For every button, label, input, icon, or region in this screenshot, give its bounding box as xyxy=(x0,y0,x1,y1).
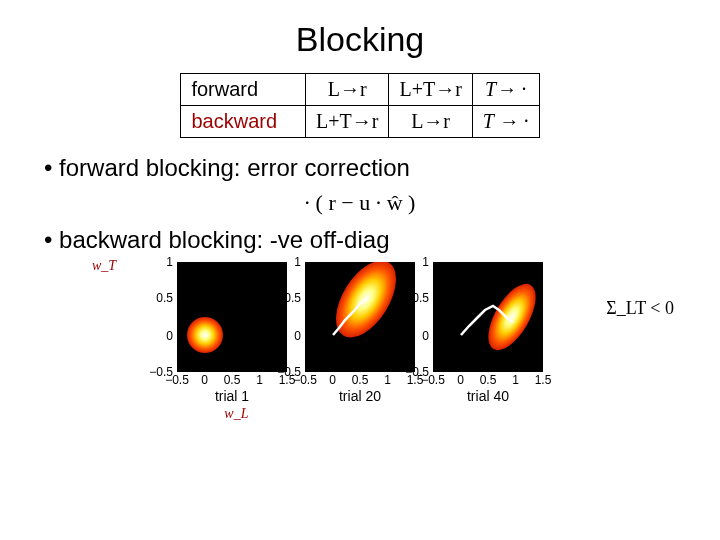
ytick: 1 xyxy=(294,255,301,269)
ytick: 0.5 xyxy=(412,291,429,305)
xtick: −0.5 xyxy=(165,373,189,387)
plot-canvas xyxy=(433,262,543,372)
ytick: 0 xyxy=(166,329,173,343)
xtick: 0 xyxy=(329,373,336,387)
row-forward-label: forward xyxy=(181,74,306,106)
ytick: 1 xyxy=(422,255,429,269)
xtick: −0.5 xyxy=(421,373,445,387)
xtick: 1 xyxy=(512,373,519,387)
xtick: 1 xyxy=(384,373,391,387)
conditions-table: forward L→r L+T→r T→ · backward L+T→r L→… xyxy=(30,73,690,138)
plot-caption: trial 1 xyxy=(215,388,249,404)
trace-point xyxy=(204,334,207,337)
xtick: 1 xyxy=(256,373,263,387)
cell-f2: L+T→r xyxy=(389,74,472,106)
y-axis-label: w_T xyxy=(92,258,116,274)
row-backward-label: backward xyxy=(181,106,306,138)
xtick: 0.5 xyxy=(480,373,497,387)
cell-b2: L→r xyxy=(389,106,472,138)
ytick: 0 xyxy=(294,329,301,343)
ytick: 0.5 xyxy=(156,291,173,305)
cell-b3: T → · xyxy=(472,106,539,138)
plot-caption: trial 40 xyxy=(467,388,509,404)
xtick: 0.5 xyxy=(224,373,241,387)
page-title: Blocking xyxy=(30,20,690,59)
xtick: 1.5 xyxy=(535,373,552,387)
bullet-forward: forward blocking: error correction xyxy=(44,154,690,182)
plot-trial-40: 1 0.5 0 −0.5 −0.5 0 0.5 1 1.5 trial 40 xyxy=(433,262,543,404)
trace-line xyxy=(433,262,543,372)
xtick: 0 xyxy=(457,373,464,387)
posterior-plots: w_T 1 0.5 0 −0.5 −0.5 0 0.5 1 1.5 trial … xyxy=(30,262,690,404)
error-correction-formula: · ( r − u · ŵ ) xyxy=(30,190,690,216)
ytick: 1 xyxy=(166,255,173,269)
cell-f3: T→ · xyxy=(472,74,539,106)
ytick: 0.5 xyxy=(284,291,301,305)
ytick: 0 xyxy=(422,329,429,343)
x-axis-label: w_L xyxy=(224,406,248,422)
xtick: 0.5 xyxy=(352,373,369,387)
xtick: −0.5 xyxy=(293,373,317,387)
bullet-backward: backward blocking: -ve off-diag xyxy=(44,226,690,254)
plot-caption: trial 20 xyxy=(339,388,381,404)
cell-f1: L→r xyxy=(306,74,389,106)
xtick: 0 xyxy=(201,373,208,387)
cell-b1: L+T→r xyxy=(306,106,389,138)
